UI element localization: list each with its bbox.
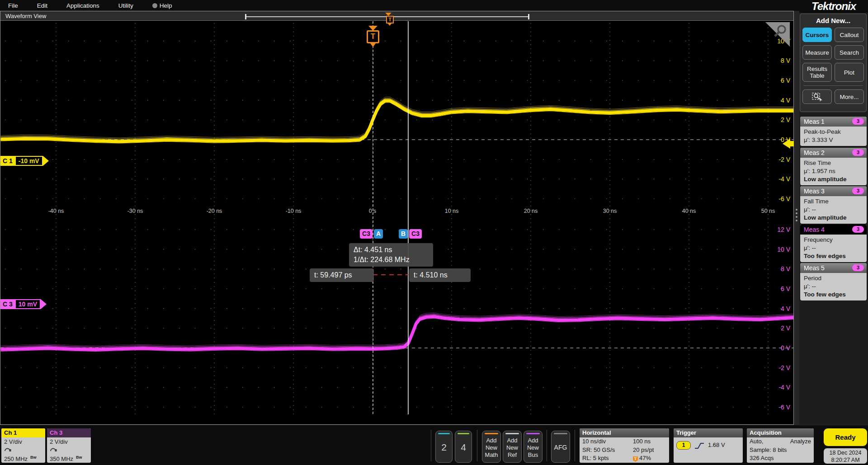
meas5-value: μ': --: [804, 282, 863, 291]
math-color-stripe: [485, 433, 498, 434]
menu-file[interactable]: File: [8, 2, 18, 9]
trigger-position-icon: T: [633, 456, 638, 462]
meas4-value: μ': --: [804, 244, 863, 252]
ch3-badge[interactable]: Ch 3 2 V/div 350 MHzBw: [47, 428, 91, 463]
meas2-value: μ': 1.957 ns: [804, 167, 863, 175]
cursor-b-time-value: t: 4.510 ns: [414, 270, 466, 280]
svg-text:-4 V: -4 V: [778, 175, 790, 183]
search-button[interactable]: Search: [835, 45, 864, 60]
waveform-plot-area[interactable]: 10 V8 V6 V4 V2 V0 V-2 V-4 V-6 V12 V10 V8…: [0, 21, 793, 424]
trigger-level: 1.68 V: [708, 441, 725, 450]
sidebar-divider: [803, 85, 863, 86]
meas3-title: Meas 3: [804, 188, 825, 195]
minimap-trigger-icon[interactable]: T: [386, 16, 394, 23]
svg-text:-6 V: -6 V: [778, 195, 790, 202]
ready-status-button[interactable]: Ready: [824, 428, 867, 446]
svg-text:-20 ns: -20 ns: [207, 208, 222, 214]
ch1-bw-limit-tag: Bw: [30, 455, 37, 460]
tektronix-logo: Tektronix: [799, 0, 868, 13]
afg-color-stripe: [554, 433, 567, 434]
ch4-enable-button[interactable]: 4: [455, 431, 472, 463]
svg-text:0 V: 0 V: [781, 344, 791, 352]
divider: [575, 430, 575, 461]
meas4-status: Too few edges: [804, 252, 863, 260]
menu-applications[interactable]: Applications: [66, 2, 99, 9]
svg-text:10 V: 10 V: [777, 246, 790, 253]
acq-count: 326 Acqs: [750, 454, 811, 463]
rising-edge-icon: [694, 442, 704, 449]
waveform-view-titlebar[interactable]: Waveform View T: [0, 11, 793, 21]
ch2-enable-button[interactable]: 2: [435, 431, 453, 463]
menu-help[interactable]: Help: [152, 2, 172, 9]
menu-utility[interactable]: Utility: [118, 2, 133, 9]
waveform-view-title: Waveform View: [5, 13, 46, 19]
meas4-title: Meas 4: [804, 226, 825, 233]
horizontal-title: Horizontal: [580, 428, 669, 437]
ch1-badge[interactable]: Ch 1 2 V/div 250 MHzBw: [1, 428, 45, 463]
meas2-title: Meas 2: [804, 149, 825, 156]
meas2-chip[interactable]: Meas 2 3 Rise Time μ': 1.957 ns Low ampl…: [800, 148, 867, 185]
plot-button[interactable]: Plot: [835, 63, 864, 82]
meas5-chip[interactable]: Meas 5 3 Period μ': -- Too few edges: [800, 263, 867, 301]
meas1-chip[interactable]: Meas 1 3 Peak-to-Peak μ': 3.333 V: [800, 117, 867, 146]
cursor-b-badge[interactable]: B: [399, 229, 408, 239]
resolution: 20 ps/pt: [633, 446, 666, 455]
svg-text:50 ns: 50 ns: [761, 208, 775, 214]
cursor-b-source-badge[interactable]: C3: [409, 229, 422, 239]
right-sidebar: Add New... Cursors Callout Measure Searc…: [799, 13, 868, 425]
results-table-button[interactable]: Results Table: [802, 63, 832, 82]
date-value: 18 Dec 2024: [824, 449, 867, 456]
acquisition-panel[interactable]: Acquisition Auto,Analyze Sample: 8 bits …: [747, 428, 814, 463]
probe-icon: [50, 446, 57, 452]
acq-mode: Auto,: [750, 437, 763, 446]
minimap-left-bracket: [245, 14, 246, 19]
add-new-math-button[interactable]: AddNewMath: [482, 431, 501, 463]
trigger-level-arrow-icon[interactable]: [783, 139, 790, 149]
probe-icon: [4, 446, 12, 452]
add-new-ref-button[interactable]: AddNewRef: [503, 431, 522, 463]
cursor-a-time-readout[interactable]: t: 59.497 ps: [310, 268, 374, 282]
menu-bar: File Edit Applications Utility Help: [0, 0, 802, 11]
add-new-panel: Add New... Cursors Callout Measure Searc…: [800, 14, 867, 112]
svg-text:6 V: 6 V: [781, 77, 791, 84]
panel-splitter[interactable]: [794, 11, 799, 425]
svg-text:-2 V: -2 V: [778, 364, 790, 371]
meas5-type: Period: [804, 274, 863, 282]
ref-color-stripe: [505, 433, 519, 434]
meas3-chip[interactable]: Meas 3 3 Fall Time μ': -- Low amplitude: [800, 186, 867, 224]
svg-text:-40 ns: -40 ns: [48, 208, 64, 214]
svg-text:2 V: 2 V: [781, 324, 791, 332]
horizontal-panel[interactable]: Horizontal 10 ns/div 100 ns SR: 50 GS/s …: [580, 428, 669, 463]
svg-text:0 s: 0 s: [369, 208, 377, 214]
ch3-ground-tag[interactable]: C 3 10 mV: [0, 299, 47, 309]
cursor-a-source-badge[interactable]: C3: [360, 229, 373, 239]
meas4-type: Frequency: [804, 236, 863, 244]
ch1-ground-tag[interactable]: C 1 -10 mV: [0, 156, 49, 166]
ch1-tag-offset: -10 mV: [15, 156, 43, 166]
measure-button[interactable]: Measure: [802, 45, 832, 60]
ch4-number: 4: [455, 442, 472, 453]
divider: [431, 430, 431, 461]
ch3-tag-offset: 10 mV: [15, 299, 41, 309]
callout-button[interactable]: Callout: [835, 28, 864, 42]
svg-text:-2 V: -2 V: [778, 156, 790, 163]
afg-button[interactable]: AFG: [551, 431, 570, 463]
minimap-trigger-arrow-icon[interactable]: [385, 13, 392, 16]
add-new-bus-button[interactable]: AddNewBus: [524, 431, 542, 463]
svg-text:-4 V: -4 V: [778, 384, 790, 391]
trigger-marker-icon[interactable]: T: [367, 30, 379, 43]
cursor-b-time-readout[interactable]: t: 4.510 ns: [409, 268, 471, 282]
zoom-select-button[interactable]: [802, 89, 832, 104]
meas2-count-badge: 3: [852, 149, 864, 156]
cursor-a-badge[interactable]: A: [374, 229, 383, 239]
menu-edit[interactable]: Edit: [37, 2, 47, 9]
trigger-panel[interactable]: Trigger 1 1.68 V: [674, 428, 743, 463]
meas3-count-badge: 3: [852, 188, 864, 194]
cursor-delta-readout[interactable]: Δt: 4.451 ns 1/Δt: 224.68 MHz: [349, 243, 433, 267]
cursors-button[interactable]: Cursors: [802, 28, 832, 42]
ch3-tag-tip: [41, 299, 47, 309]
meas4-chip[interactable]: Meas 4 3 Frequency μ': -- Too few edges: [800, 225, 867, 262]
more-button[interactable]: More...: [835, 89, 864, 104]
svg-text:4 V: 4 V: [781, 97, 791, 104]
trigger-position-pct: 47%: [639, 455, 651, 461]
